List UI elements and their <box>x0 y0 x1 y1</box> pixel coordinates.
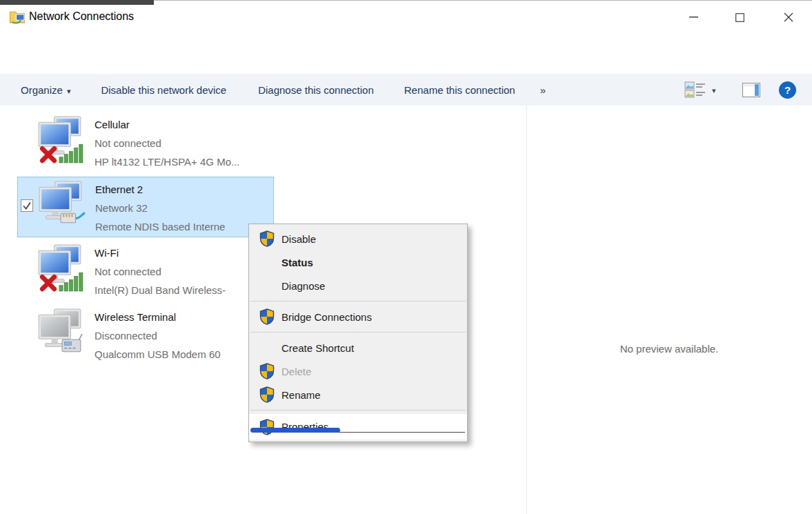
preview-pane-button[interactable] <box>742 83 760 97</box>
checkmark-icon <box>21 200 32 211</box>
connection-device: Remote NDIS based Interne <box>95 221 225 233</box>
connection-status: Not connected <box>95 137 161 149</box>
window-title: Network Connections <box>29 10 134 23</box>
close-icon <box>784 12 793 22</box>
wifi-disconnected-icon <box>37 244 85 293</box>
disable-device-button[interactable]: Disable this network device <box>101 84 226 96</box>
selection-checkbox[interactable] <box>21 199 33 212</box>
connection-status: Network 32 <box>95 202 148 214</box>
connection-device: Intel(R) Dual Band Wireless- <box>95 284 226 296</box>
cellular-disconnected-icon <box>37 116 85 164</box>
connection-name: Cellular <box>95 119 130 130</box>
menu-item-label: Rename <box>281 389 321 401</box>
menu-item-status[interactable]: Status <box>249 250 467 274</box>
network-connections-app-icon <box>9 9 26 24</box>
navigation-bar: ← → ↑ « Network and Internet › Network C… <box>0 34 812 74</box>
context-menu: Disable Status Diagnose Bridge Connectio… <box>248 224 468 442</box>
connection-name: Wireless Terminal <box>95 311 176 323</box>
menu-item-properties[interactable]: Properties <box>249 414 467 439</box>
menu-item-label: Diagnose <box>281 280 325 292</box>
menu-item-diagnose[interactable]: Diagnose <box>249 274 467 297</box>
organize-label: Organize <box>21 84 63 96</box>
uac-shield-icon <box>259 363 275 379</box>
menu-separator <box>250 301 466 302</box>
properties-annotation-underline <box>250 428 340 433</box>
maximize-button[interactable] <box>724 1 755 34</box>
rename-connection-button[interactable]: Rename this connection <box>404 84 515 96</box>
menu-item-rename[interactable]: Rename <box>249 383 467 406</box>
menu-item-delete[interactable]: Delete <box>249 359 467 383</box>
menu-item-create-shortcut[interactable]: Create Shortcut <box>249 336 467 359</box>
ethernet-connection-icon <box>37 181 86 229</box>
maximize-icon <box>735 13 744 22</box>
connection-item-ethernet-2[interactable]: Ethernet 2 Network 32 Remote NDIS based … <box>17 177 274 237</box>
minimize-button[interactable] <box>677 1 709 34</box>
preview-pane-divider <box>526 106 527 514</box>
preview-message: No preview available. <box>526 343 812 355</box>
connection-status: Disconnected <box>95 330 157 342</box>
menu-item-label: Disable <box>281 233 316 245</box>
menu-item-label: Status <box>281 257 313 268</box>
title-bar: Network Connections <box>0 0 812 34</box>
menu-item-label: Delete <box>281 366 311 377</box>
menu-item-bridge-connections[interactable]: Bridge Connections <box>249 305 467 328</box>
minimize-icon <box>689 17 698 18</box>
connection-name: Ethernet 2 <box>95 184 143 195</box>
command-toolbar: Organize▾ Disable this network device Di… <box>0 74 812 106</box>
diagnose-connection-button[interactable]: Diagnose this connection <box>258 84 374 96</box>
menu-separator <box>250 410 466 411</box>
organize-button[interactable]: Organize▾ <box>21 84 70 96</box>
close-button[interactable] <box>773 1 804 34</box>
uac-shield-icon <box>259 386 275 403</box>
connection-item-wireless-terminal[interactable]: Wireless Terminal Disconnected Qualcomm … <box>17 305 274 366</box>
view-caret-icon: ▾ <box>712 86 716 95</box>
connection-name: Wi-Fi <box>95 247 119 259</box>
connection-item-cellular[interactable]: Cellular Not connected HP lt4132 LTE/HSP… <box>17 112 274 173</box>
help-button[interactable]: ? <box>779 81 796 99</box>
modem-disconnected-icon <box>37 308 85 357</box>
menu-separator <box>250 332 466 333</box>
connection-status: Not connected <box>95 266 161 277</box>
uac-shield-icon <box>259 308 275 325</box>
menu-item-disable[interactable]: Disable <box>249 227 467 250</box>
connection-device: Qualcomm USB Modem 60 <box>95 348 221 360</box>
organize-caret-icon: ▾ <box>67 87 71 95</box>
screenshot-artifact-strip <box>0 0 154 5</box>
toolbar-overflow-button[interactable]: » <box>540 84 546 96</box>
uac-shield-icon <box>259 230 275 247</box>
change-view-button[interactable] <box>684 81 706 98</box>
connection-item-wifi[interactable]: Wi-Fi Not connected Intel(R) Dual Band W… <box>17 241 274 302</box>
menu-item-label: Create Shortcut <box>281 342 354 354</box>
connection-device: HP lt4132 LTE/HSPA+ 4G Mo... <box>95 156 240 168</box>
menu-item-label: Bridge Connections <box>281 311 372 323</box>
